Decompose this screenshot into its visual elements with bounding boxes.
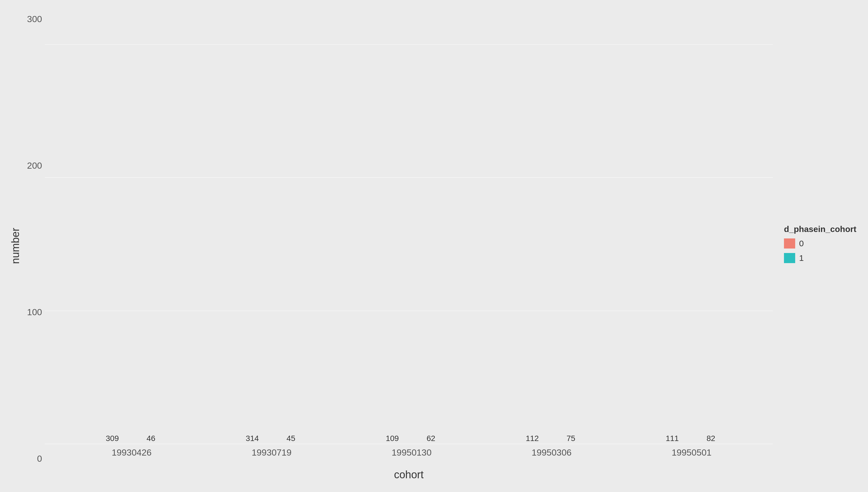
- bar-value-label: 314: [246, 434, 259, 443]
- bar-wrapper: 109: [374, 434, 410, 444]
- y-tick: 100: [22, 307, 45, 317]
- graph-and-x: 3094631445109621127511182 19930426199307…: [45, 11, 773, 481]
- bar-value-label: 309: [106, 434, 119, 443]
- bar-value-label: 75: [567, 434, 575, 443]
- bar-wrapper: 111: [654, 434, 690, 444]
- y-tick: 300: [22, 14, 45, 24]
- bar-value-label: 46: [147, 434, 155, 443]
- y-axis-ticks: 0100200300: [22, 11, 45, 481]
- x-axis-tick-label: 19950130: [342, 444, 482, 467]
- chart-container: number 0100200300 3094631445109621127511…: [0, 0, 868, 492]
- chart-area: number 0100200300 3094631445109621127511…: [6, 11, 773, 481]
- x-axis-tick-label: 19950306: [482, 444, 621, 467]
- bar-group: 31445: [202, 434, 342, 444]
- plot-region: number 0100200300 3094631445109621127511…: [6, 11, 773, 481]
- bar-wrapper: 314: [234, 434, 271, 444]
- bar-group: 11275: [482, 434, 621, 444]
- bar-wrapper: 82: [693, 434, 729, 444]
- bar-wrapper: 62: [413, 434, 449, 444]
- bar-value-label: 45: [286, 434, 295, 443]
- legend-label: 0: [799, 239, 804, 248]
- bars-container: 3094631445109621127511182: [45, 11, 773, 444]
- x-axis-tick-label: 19930426: [61, 444, 202, 467]
- bar-value-label: 109: [386, 434, 399, 443]
- legend-label: 1: [799, 253, 804, 263]
- bar-wrapper: 75: [553, 434, 589, 444]
- legend-title: d_phasein_cohort: [784, 224, 856, 234]
- bar-group: 11182: [621, 434, 762, 444]
- x-axis-tick-label: 19950501: [621, 444, 762, 467]
- x-axis-title: cohort: [45, 467, 773, 481]
- graph-plot: 3094631445109621127511182: [45, 11, 773, 444]
- bar-wrapper: 112: [514, 434, 551, 444]
- bar-wrapper: 46: [133, 434, 169, 444]
- legend: d_phasein_cohort 01: [773, 11, 862, 481]
- bar-value-label: 111: [666, 434, 679, 443]
- bar-value-label: 112: [526, 434, 539, 443]
- y-tick: 0: [22, 453, 45, 464]
- bar-group: 30946: [61, 434, 202, 444]
- legend-item: 1: [784, 253, 804, 263]
- x-axis-labels: 1993042619930719199501301995030619950501: [45, 444, 773, 467]
- y-axis-label: number: [6, 11, 22, 481]
- legend-item: 0: [784, 239, 804, 248]
- legend-swatch: [784, 239, 795, 248]
- bar-value-label: 62: [427, 434, 435, 443]
- legend-swatch: [784, 253, 795, 263]
- bar-value-label: 82: [707, 434, 715, 443]
- bar-wrapper: 309: [94, 434, 130, 444]
- y-tick: 200: [22, 161, 45, 171]
- bar-group: 10962: [342, 434, 482, 444]
- bar-wrapper: 45: [273, 434, 309, 444]
- x-axis-tick-label: 19930719: [202, 444, 342, 467]
